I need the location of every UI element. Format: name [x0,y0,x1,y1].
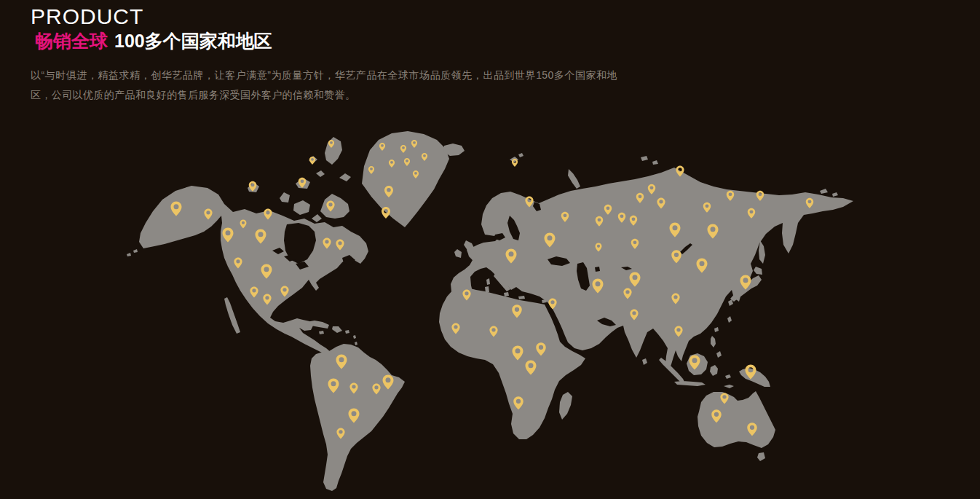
page-background: { "page": { "background_color": "#18100a… [0,0,980,499]
section-header: PRODUCT 畅销全球100多个国家和地区 以“与时俱进，精益求精，创华艺品牌… [31,4,617,105]
world-map-landmasses [127,131,853,491]
landmass-philippines [711,336,722,358]
landmass-sakhalin [759,240,765,264]
landmass-greenland [362,131,449,227]
landmass-tasmania [757,452,765,461]
subtitle-rest: 100多个国家和地区 [114,31,272,51]
subtitle-highlight: 畅销全球 [35,31,108,51]
landmass-british-isles [454,240,477,261]
landmass-baja [224,297,240,334]
landmass-australia [698,391,775,448]
section-subtitle: 畅销全球100多个国家和地区 [35,31,617,52]
page-title: PRODUCT [31,4,617,28]
location-pin-icon [512,159,518,167]
section-description: 以“与时俱进，精益求精，创华艺品牌，让客户满意”为质量方针，华艺产品在全球市场品… [31,66,617,105]
location-pin-icon [382,207,390,219]
landmass-madagascar [559,392,572,420]
